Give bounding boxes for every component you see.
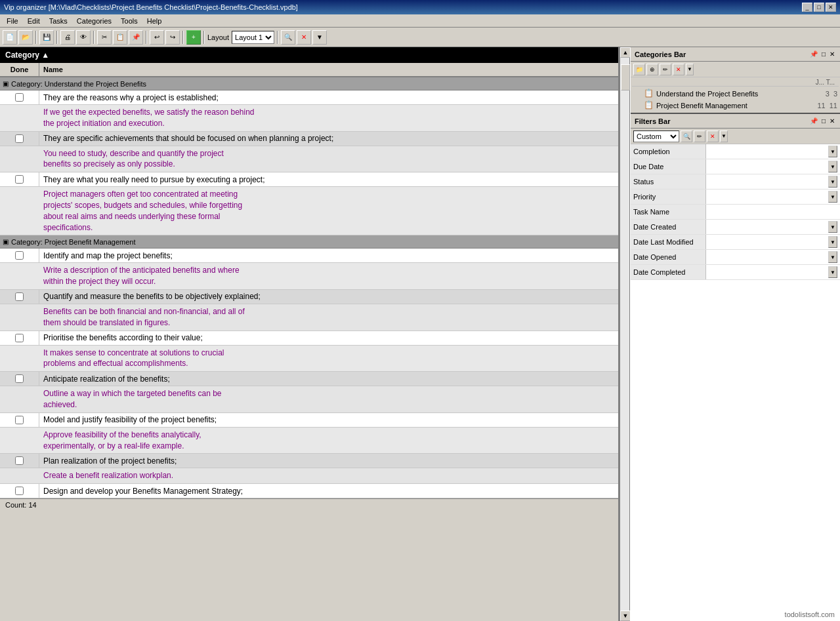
new-button[interactable]: 📄 xyxy=(3,30,17,45)
filter-bar-toolbar: Custom 🔍 ✏ ✕ ▼ xyxy=(631,129,840,144)
cat-item-1[interactable]: 📋 Project Benefit Management 11 11 xyxy=(632,100,839,111)
open-button[interactable]: 📂 xyxy=(18,30,33,45)
preview-button[interactable]: 👁 xyxy=(76,30,91,45)
checkbox-t9[interactable] xyxy=(15,456,24,465)
scroll-up-button[interactable]: ▲ xyxy=(620,47,631,58)
menu-tools[interactable]: Tools xyxy=(117,16,142,26)
filter-value-taskname[interactable] xyxy=(706,205,840,218)
filter-taskname-input[interactable] xyxy=(707,206,839,218)
filter-value-datecompleted: ▼ xyxy=(706,266,840,279)
checkbox-t2[interactable] xyxy=(15,134,24,143)
cat-toolbar-btn3[interactable]: ✏ xyxy=(660,64,671,75)
filter-preset-select[interactable]: Custom xyxy=(633,130,679,142)
checkbox-t3[interactable] xyxy=(15,175,24,184)
menu-edit[interactable]: Edit xyxy=(24,16,44,26)
col-name-header[interactable]: Name xyxy=(39,63,618,76)
filter-label-dateopened: Date Opened xyxy=(631,250,706,264)
filter-tool-btn1[interactable]: 🔍 xyxy=(681,130,692,142)
cat2-collapse[interactable]: ▣ xyxy=(3,238,9,245)
delete-button[interactable]: ✕ xyxy=(297,30,311,45)
close-button[interactable]: ✕ xyxy=(826,3,836,12)
task-name-t10: Design and develop your Benefits Managem… xyxy=(39,484,618,498)
checkbox-t1[interactable] xyxy=(15,93,24,102)
title-bar: Vip organizer [M:\Vlad\Checklists\Projec… xyxy=(0,0,840,14)
filter-value-datelastmod: ▼ xyxy=(706,235,840,249)
col-done-header[interactable]: Done xyxy=(0,63,39,76)
checkbox-t5[interactable] xyxy=(15,292,24,301)
filter-bar-restore-button[interactable]: □ xyxy=(820,117,827,125)
filter-bar-title: Filters Bar xyxy=(635,117,670,125)
sep5 xyxy=(182,31,184,44)
scroll-track xyxy=(620,58,629,611)
print-button[interactable]: 🖨 xyxy=(60,30,75,45)
task-done-t4 xyxy=(0,249,39,262)
filter-button[interactable]: 🔍 xyxy=(281,30,295,45)
note-text-t3: Project managers often get too concentra… xyxy=(0,187,618,235)
filter-bar-pin-button[interactable]: 📌 xyxy=(808,117,819,125)
cat-toolbar-btn2[interactable]: ⊕ xyxy=(646,64,658,75)
note-text-t7: Outline a way in which the targeted bene… xyxy=(0,386,618,412)
layout-select[interactable]: Layout 1 Layout 2 Layout 3 xyxy=(232,31,274,44)
filter-datelastmod-dropdown[interactable]: ▼ xyxy=(828,236,837,248)
cat-bar-restore-button[interactable]: □ xyxy=(820,50,827,58)
menu-tasks[interactable]: Tasks xyxy=(45,16,72,26)
filter-row-dateopened: Date Opened ▼ xyxy=(631,250,840,265)
filter-dateopened-dropdown[interactable]: ▼ xyxy=(828,251,837,263)
paste-button[interactable]: 📌 xyxy=(129,30,143,45)
filter-value-completion: ▼ xyxy=(706,145,840,158)
scroll-thumb[interactable] xyxy=(621,64,630,90)
window-title: Vip organizer [M:\Vlad\Checklists\Projec… xyxy=(4,3,298,11)
filter-duedate-dropdown[interactable]: ▼ xyxy=(828,161,837,172)
minimize-button[interactable]: _ xyxy=(802,3,812,12)
checkbox-t7[interactable] xyxy=(15,374,24,383)
redo-button[interactable]: ↪ xyxy=(165,30,180,45)
task-row: Quantify and measure the benefits to be … xyxy=(0,290,618,304)
copy-button[interactable]: 📋 xyxy=(113,30,127,45)
checkbox-t6[interactable] xyxy=(15,334,24,342)
cat-item-0-count2: 3 xyxy=(833,90,837,98)
checkbox-t4[interactable] xyxy=(15,251,24,260)
cat-toolbar-more[interactable]: ▼ xyxy=(686,64,694,75)
save-button[interactable]: 💾 xyxy=(39,30,54,45)
menu-categories[interactable]: Categories xyxy=(73,16,116,26)
filter-priority-dropdown[interactable]: ▼ xyxy=(828,191,837,203)
filter-row-datecompleted: Date Completed ▼ xyxy=(631,265,840,280)
checkbox-t8[interactable] xyxy=(15,416,24,424)
more-button[interactable]: ▼ xyxy=(312,30,327,45)
cat-bar-toolbar: 📁 ⊕ ✏ ✕ ▼ xyxy=(631,62,840,77)
maximize-button[interactable]: □ xyxy=(814,3,824,12)
left-panel: Category ▲ Done Name ▣ Category: Underst… xyxy=(0,47,620,621)
undo-button[interactable]: ↩ xyxy=(150,30,164,45)
add-task-button[interactable]: + xyxy=(186,30,201,45)
cat1-collapse[interactable]: ▣ xyxy=(3,80,9,87)
filter-tool-btn3[interactable]: ✕ xyxy=(707,130,719,142)
sep2 xyxy=(56,31,58,44)
filter-datecreated-dropdown[interactable]: ▼ xyxy=(828,221,837,233)
filter-tool-btn2[interactable]: ✏ xyxy=(694,130,705,142)
note-row-t7: Outline a way in which the targeted bene… xyxy=(0,386,618,413)
task-name-t5: Quantify and measure the benefits to be … xyxy=(39,290,618,304)
task-scroll[interactable]: ▣ Category: Understand the Project Benef… xyxy=(0,77,618,621)
checkbox-t10[interactable] xyxy=(15,487,24,495)
menu-file[interactable]: File xyxy=(3,16,22,26)
filter-row-datelastmod: Date Last Modified ▼ xyxy=(631,235,840,250)
filter-datecompleted-dropdown[interactable]: ▼ xyxy=(828,266,837,278)
cat-toolbar-btn4[interactable]: ✕ xyxy=(673,64,684,75)
cat-bar-pin-button[interactable]: 📌 xyxy=(808,50,819,58)
cat-bar-close-button[interactable]: ✕ xyxy=(828,50,836,58)
table-header: Done Name xyxy=(0,63,618,77)
sep4 xyxy=(146,31,147,44)
filter-status-dropdown[interactable]: ▼ xyxy=(828,176,837,188)
filter-completion-dropdown[interactable]: ▼ xyxy=(828,146,837,157)
cut-button[interactable]: ✂ xyxy=(97,30,112,45)
task-name-t9: Plan realization of the project benefits… xyxy=(39,454,618,468)
filter-bar-close-button[interactable]: ✕ xyxy=(828,117,836,125)
menu-help[interactable]: Help xyxy=(143,16,166,26)
count-text: Count: 14 xyxy=(5,501,37,509)
cat-toolbar-btn1[interactable]: 📁 xyxy=(633,64,645,75)
filter-bar-win-buttons: 📌 □ ✕ xyxy=(808,117,836,125)
note-row-t8: Approve feasibility of the benefits anal… xyxy=(0,428,618,454)
scroll-down-button[interactable]: ▼ xyxy=(620,611,631,621)
filter-tool-more[interactable]: ▼ xyxy=(720,130,728,142)
cat-item-0[interactable]: 📋 Understand the Project Benefits 3 3 xyxy=(632,88,839,100)
